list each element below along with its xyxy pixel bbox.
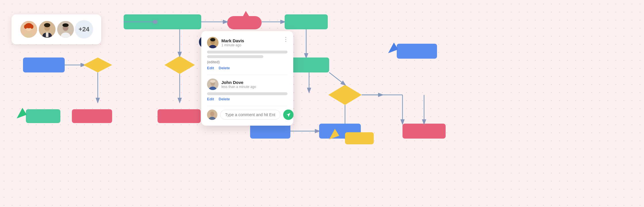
cursor-green-bottom-left: [17, 108, 27, 118]
comment-send-button[interactable]: [283, 110, 294, 120]
comment-header-1: Mark Davis 1 minute ago: [207, 37, 288, 48]
cursor-pink-top: [240, 11, 250, 22]
comment-avatar-john: [207, 78, 218, 90]
comment-edit-1[interactable]: Edit: [207, 66, 214, 70]
comment-edited-1: (edited): [207, 60, 288, 64]
diamond-yellow-left: [83, 57, 112, 72]
avatar-count: +24: [75, 20, 93, 39]
comment-delete-1[interactable]: Delete: [219, 66, 230, 70]
comment-input-avatar: [207, 110, 217, 120]
node-pink-bottom-center: [158, 109, 201, 123]
svg-point-31: [62, 23, 69, 27]
comment-header-2: John Dove less than a minute ago: [207, 78, 288, 90]
cursor-blue-right: [388, 43, 398, 53]
node-pink-top: [227, 16, 262, 29]
node-green-right-center: [289, 57, 329, 72]
comment-edit-2[interactable]: Edit: [207, 97, 214, 101]
diamond-yellow-right: [328, 85, 362, 105]
participant-panel: +24: [12, 14, 101, 44]
node-blue-bottom-right: [319, 124, 361, 139]
comment-text-2a: [207, 92, 288, 95]
node-blue-bottom-center: [250, 124, 290, 139]
cursor-yellow-bottom: [329, 129, 339, 139]
comment-item-1: Mark Davis 1 minute ago (edited) Edit De…: [207, 37, 288, 70]
comment-divider: [207, 75, 288, 75]
node-blue-far-right: [397, 44, 437, 59]
avatar-1: [20, 20, 38, 39]
svg-point-35: [210, 38, 215, 41]
comment-delete-2[interactable]: Delete: [219, 97, 230, 101]
node-green-center: [158, 14, 201, 29]
diamond-yellow-center: [164, 56, 195, 74]
send-icon: [286, 112, 291, 117]
node-green-3: [285, 14, 328, 29]
avatar-3: [56, 20, 75, 39]
avatar-2: [38, 20, 56, 39]
more-options-button[interactable]: ⋮: [283, 36, 289, 43]
comment-divider-2: [207, 106, 288, 106]
comment-input-row: [207, 110, 288, 120]
comment-text-1a: [207, 51, 288, 53]
comment-text-1b: [207, 55, 263, 58]
svg-point-39: [210, 80, 215, 83]
node-pink-far-right: [402, 124, 446, 139]
node-pink-bottom-left: [72, 109, 112, 123]
svg-point-22: [30, 25, 33, 29]
comment-author-2: John Dove: [221, 80, 256, 85]
comment-item-2: John Dove less than a minute ago Edit De…: [207, 78, 288, 101]
comment-time-2: less than a minute ago: [221, 85, 256, 89]
node-green-2: [158, 14, 201, 29]
node-green-1: [124, 14, 161, 29]
comment-actions-2: Edit Delete: [207, 97, 288, 101]
canvas: +24 💬 ⋮ Mark Davis: [0, 0, 644, 207]
comment-input-field[interactable]: [220, 110, 280, 120]
svg-rect-26: [46, 32, 48, 37]
comment-author-1: Mark Davis: [221, 38, 244, 43]
node-blue-left: [23, 57, 65, 72]
comment-panel: ⋮ Mark Davis 1 minute ago: [201, 31, 293, 126]
comment-actions-1: Edit Delete: [207, 66, 288, 70]
svg-point-27: [44, 23, 50, 27]
comment-avatar-mark: [207, 37, 218, 48]
comment-time-1: 1 minute ago: [221, 43, 244, 47]
svg-point-41: [210, 112, 214, 116]
svg-point-21: [24, 25, 27, 29]
svg-line-10: [329, 72, 345, 85]
node-green-bottom-left: [26, 109, 60, 123]
node-yellow-overlay: [345, 132, 374, 144]
